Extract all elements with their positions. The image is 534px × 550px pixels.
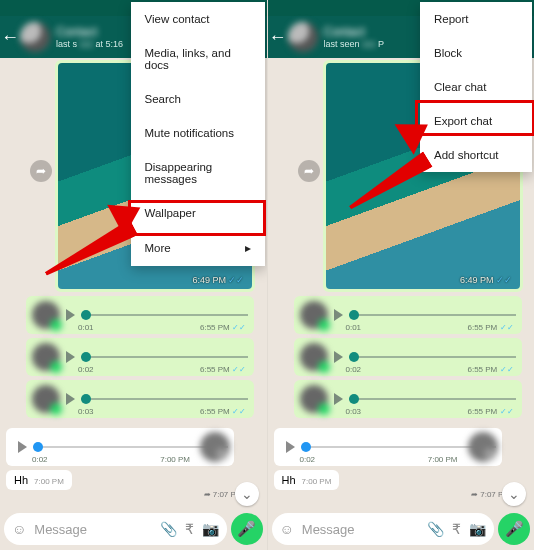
avatar[interactable] <box>288 22 318 52</box>
emoji-icon[interactable]: ☺ <box>12 521 26 537</box>
voice-message-out[interactable]: 0:026:55 PM ✓✓ <box>26 338 254 376</box>
message-input[interactable]: ☺ Message 📎 ₹ 📷 <box>272 513 495 545</box>
message-time: 7:00 PM <box>302 477 332 486</box>
forward-icon[interactable]: ➦ <box>30 160 52 182</box>
menu-report[interactable]: Report <box>420 2 532 36</box>
play-icon[interactable] <box>18 441 27 453</box>
message-text: Hh <box>14 474 28 486</box>
message-time: 7:00 PM <box>428 455 458 464</box>
scroll-down-icon[interactable]: ⌄ <box>235 482 259 506</box>
payment-icon[interactable]: ₹ <box>185 521 194 537</box>
message-time: 6:55 PM ✓✓ <box>200 407 246 416</box>
input-bar: ☺ Message 📎 ₹ 📷 🎤 <box>0 510 267 548</box>
camera-icon[interactable]: 📷 <box>469 521 486 537</box>
message-time: 6:55 PM ✓✓ <box>467 323 513 332</box>
message-time: 6:49 PM ✓✓ <box>192 275 244 285</box>
voice-duration: 0:03 <box>346 407 362 416</box>
menu-export-chat[interactable]: Export chat <box>420 104 532 138</box>
voice-message-out[interactable]: 0:016:55 PM ✓✓ <box>26 296 254 334</box>
text-message-in[interactable]: Hh 7:00 PM <box>6 470 72 490</box>
message-time: 7:00 PM <box>34 477 64 486</box>
menu-mute[interactable]: Mute notifications <box>131 116 265 150</box>
back-icon[interactable]: ← <box>268 27 288 48</box>
play-icon[interactable] <box>286 441 295 453</box>
attach-icon[interactable]: 📎 <box>160 521 177 537</box>
play-icon[interactable] <box>334 351 343 363</box>
voice-message-in[interactable]: 0:027:00 PM <box>6 428 234 466</box>
voice-duration: 0:01 <box>346 323 362 332</box>
menu-clear-chat[interactable]: Clear chat <box>420 70 532 104</box>
play-icon[interactable] <box>334 393 343 405</box>
voice-duration: 0:01 <box>78 323 94 332</box>
play-icon[interactable] <box>66 351 75 363</box>
play-icon[interactable] <box>334 309 343 321</box>
scroll-down-icon[interactable]: ⌄ <box>502 482 526 506</box>
play-icon[interactable] <box>66 309 75 321</box>
voice-duration: 0:02 <box>32 455 48 464</box>
overflow-menu: View contact Media, links, and docs Sear… <box>131 2 265 266</box>
mic-button[interactable]: 🎤 <box>231 513 263 545</box>
payment-icon[interactable]: ₹ <box>452 521 461 537</box>
attach-icon[interactable]: 📎 <box>427 521 444 537</box>
camera-icon[interactable]: 📷 <box>202 521 219 537</box>
menu-view-contact[interactable]: View contact <box>131 2 265 36</box>
input-placeholder: Message <box>34 522 87 537</box>
voice-message-out[interactable]: 0:016:55 PM ✓✓ <box>294 296 522 334</box>
menu-media[interactable]: Media, links, and docs <box>131 36 265 82</box>
voice-duration: 0:03 <box>78 407 94 416</box>
message-time: 6:55 PM ✓✓ <box>200 323 246 332</box>
text-message-in[interactable]: Hh 7:00 PM <box>274 470 340 490</box>
message-time: 6:55 PM ✓✓ <box>200 365 246 374</box>
play-icon[interactable] <box>66 393 75 405</box>
voice-message-in[interactable]: 0:027:00 PM <box>274 428 502 466</box>
message-time: 6:55 PM ✓✓ <box>467 365 513 374</box>
mic-button[interactable]: 🎤 <box>498 513 530 545</box>
message-time: 6:49 PM ✓✓ <box>460 275 512 285</box>
phone-right: ← Contact last seen xxx P ▢ ✆ ⋮ 6:49 PM … <box>268 0 535 550</box>
voice-duration: 0:02 <box>346 365 362 374</box>
voice-message-out[interactable]: 0:026:55 PM ✓✓ <box>294 338 522 376</box>
overflow-submenu: Report Block Clear chat Export chat Add … <box>420 2 532 172</box>
menu-add-shortcut[interactable]: Add shortcut <box>420 138 532 172</box>
voice-duration: 0:02 <box>78 365 94 374</box>
emoji-icon[interactable]: ☺ <box>280 521 294 537</box>
message-input[interactable]: ☺ Message 📎 ₹ 📷 <box>4 513 227 545</box>
input-placeholder: Message <box>302 522 355 537</box>
back-icon[interactable]: ← <box>0 27 20 48</box>
menu-more[interactable]: More▸ <box>131 230 265 266</box>
menu-block[interactable]: Block <box>420 36 532 70</box>
voice-message-out[interactable]: 0:036:55 PM ✓✓ <box>294 380 522 418</box>
input-bar: ☺ Message 📎 ₹ 📷 🎤 <box>268 510 535 548</box>
message-time: 7:00 PM <box>160 455 190 464</box>
voice-duration: 0:02 <box>300 455 316 464</box>
phone-left: ← Contact last s xxx at 5:16 ▢ ✆ ⋮ 6:49 … <box>0 0 268 550</box>
voice-message-out[interactable]: 0:036:55 PM ✓✓ <box>26 380 254 418</box>
forward-icon[interactable]: ➦ <box>298 160 320 182</box>
message-text: Hh <box>282 474 296 486</box>
chevron-right-icon: ▸ <box>245 241 251 255</box>
menu-search[interactable]: Search <box>131 82 265 116</box>
message-time: 6:55 PM ✓✓ <box>467 407 513 416</box>
menu-wallpaper[interactable]: Wallpaper <box>131 196 265 230</box>
avatar[interactable] <box>20 22 50 52</box>
menu-disappearing[interactable]: Disappearing messages <box>131 150 265 196</box>
